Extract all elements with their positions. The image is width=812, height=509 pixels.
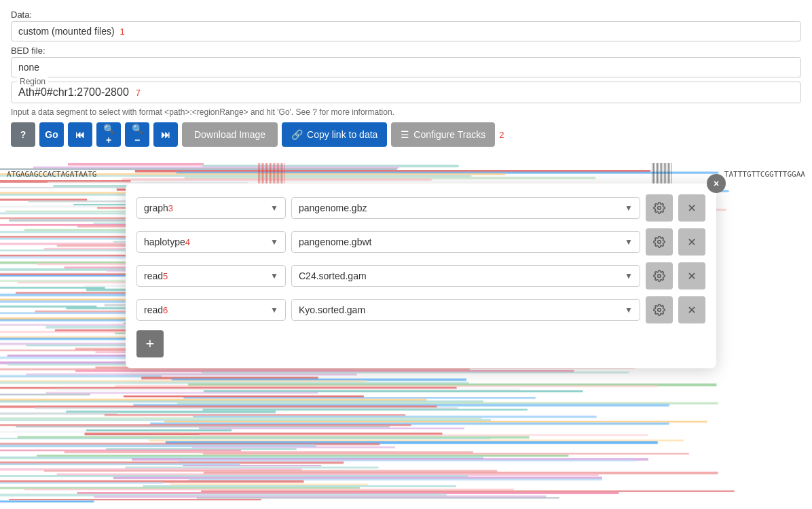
data-value: custom (mounted files) (18, 26, 115, 37)
track-file-label: pangenome.gbwt (299, 236, 371, 247)
track-type-badge: 3 (168, 203, 173, 213)
track-file-label: Kyo.sorted.gam (299, 304, 365, 315)
first-icon: ⏮ (75, 129, 85, 140)
bed-input[interactable]: none (11, 57, 801, 77)
track-type-label: read (144, 304, 163, 315)
go-button[interactable]: Go (39, 122, 64, 147)
configure-tracks-modal: × graph 3 ▼ pangenome.gbz ▼ haplotype (126, 183, 716, 368)
track-type-badge: 4 (185, 237, 190, 247)
track-type-chevron-icon: ▼ (270, 271, 278, 281)
bed-label: BED file: (11, 46, 801, 56)
track-type-chevron-icon: ▼ (270, 203, 278, 213)
close-icon (686, 236, 697, 247)
track-file-chevron-icon: ▼ (625, 203, 633, 213)
svg-point-6 (658, 275, 661, 278)
track-settings-button-3[interactable] (646, 296, 673, 323)
viz-text-left: ATGAGAGCCACTAGATAATG (7, 170, 96, 179)
track-remove-button-0[interactable] (678, 194, 705, 222)
gear-icon (653, 304, 665, 316)
viz-text-right: TATTTGTTCGGTTTGGAA (724, 170, 805, 179)
list-icon: ☰ (401, 129, 409, 140)
track-row: read 5 ▼ C24.sorted.gam ▼ (136, 262, 705, 289)
close-icon (686, 203, 697, 213)
track-file-label: C24.sorted.gam (299, 270, 367, 281)
configure-tracks-button[interactable]: ☰ Configure Tracks (391, 122, 495, 147)
track-row: haplotype 4 ▼ pangenome.gbwt ▼ (136, 228, 705, 256)
track-type-label: graph (144, 203, 168, 213)
download-button[interactable]: Download Image (182, 122, 278, 147)
track-type-label: read (144, 270, 163, 281)
hint-text: Input a data segment to select with form… (11, 107, 801, 117)
first-button[interactable]: ⏮ (68, 122, 92, 147)
data-input[interactable]: custom (mounted files) 1 (11, 21, 801, 41)
gear-icon (653, 270, 665, 282)
track-type-select-2[interactable]: read 5 ▼ (136, 265, 286, 287)
toolbar: ? Go ⏮ 🔍+ 🔍− ⏭ Download Image 🔗 Copy lin… (11, 122, 801, 147)
region-text: Ath#0#chr1:2700-2800 (18, 86, 129, 99)
copy-link-button[interactable]: 🔗 Copy link to data (282, 122, 387, 147)
zoom-in-icon: 🔍+ (103, 124, 115, 145)
help-button[interactable]: ? (11, 122, 35, 147)
data-badge: 1 (120, 27, 125, 37)
track-type-badge: 6 (163, 305, 168, 315)
gear-icon (653, 236, 665, 248)
track-file-label: pangenome.gbz (299, 203, 367, 213)
track-settings-button-0[interactable] (646, 194, 673, 222)
track-type-chevron-icon: ▼ (270, 305, 278, 315)
add-track-button[interactable]: + (136, 330, 164, 357)
region-legend: Region (17, 77, 48, 86)
close-icon (686, 270, 697, 281)
modal-close-button[interactable]: × (707, 174, 726, 193)
bed-value: none (18, 62, 39, 73)
region-fieldset: Region Ath#0#chr1:2700-2800 7 (11, 82, 801, 103)
svg-point-3 (658, 241, 661, 244)
track-file-select-2[interactable]: C24.sorted.gam ▼ (291, 265, 640, 287)
track-list: graph 3 ▼ pangenome.gbz ▼ haplotype 4 (136, 194, 705, 323)
track-type-select-0[interactable]: graph 3 ▼ (136, 197, 286, 219)
track-file-chevron-icon: ▼ (625, 237, 633, 247)
track-file-select-1[interactable]: pangenome.gbwt ▼ (291, 231, 640, 253)
zoom-out-icon: 🔍− (132, 124, 143, 145)
track-file-chevron-icon: ▼ (625, 305, 633, 315)
track-type-badge: 5 (163, 271, 168, 281)
gear-icon (653, 202, 665, 214)
track-type-label: haplotype (144, 236, 185, 247)
track-remove-button-3[interactable] (678, 296, 705, 323)
track-row: graph 3 ▼ pangenome.gbz ▼ (136, 194, 705, 222)
data-label: Data: (11, 10, 801, 20)
track-type-select-1[interactable]: haplotype 4 ▼ (136, 231, 286, 253)
top-controls: Data: custom (mounted files) 1 BED file:… (0, 0, 812, 147)
last-icon: ⏭ (161, 129, 170, 140)
track-row: read 6 ▼ Kyo.sorted.gam ▼ (136, 296, 705, 323)
track-settings-button-2[interactable] (646, 262, 673, 289)
track-remove-button-1[interactable] (678, 228, 705, 256)
svg-point-0 (658, 207, 661, 210)
last-button[interactable]: ⏭ (153, 122, 178, 147)
region-badge: 7 (136, 88, 141, 98)
track-remove-button-2[interactable] (678, 262, 705, 289)
svg-point-9 (658, 309, 661, 312)
track-type-select-3[interactable]: read 6 ▼ (136, 299, 286, 321)
configure-badge: 2 (499, 130, 504, 140)
zoom-in-button[interactable]: 🔍+ (96, 122, 121, 147)
track-file-select-0[interactable]: pangenome.gbz ▼ (291, 197, 640, 219)
link-icon: 🔗 (291, 129, 303, 140)
zoom-out-button[interactable]: 🔍− (125, 122, 149, 147)
track-file-select-3[interactable]: Kyo.sorted.gam ▼ (291, 299, 640, 321)
track-type-chevron-icon: ▼ (270, 237, 278, 247)
track-settings-button-1[interactable] (646, 228, 673, 256)
track-file-chevron-icon: ▼ (625, 271, 633, 281)
close-icon (686, 304, 697, 315)
region-value[interactable]: Ath#0#chr1:2700-2800 7 (18, 85, 794, 99)
